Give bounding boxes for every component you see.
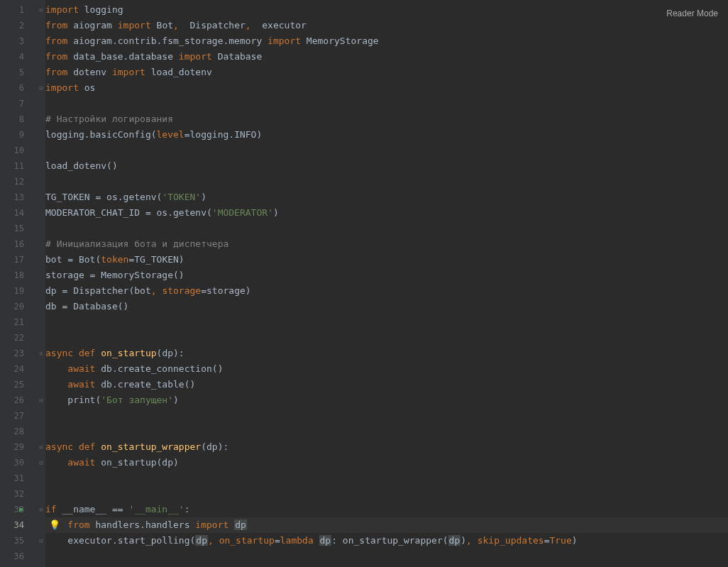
line-number[interactable]: 34💡 <box>0 517 37 533</box>
line-number[interactable]: 2 <box>0 18 37 33</box>
token-txt <box>45 457 67 468</box>
fold-marker[interactable]: ⊟ <box>37 80 45 96</box>
line-number[interactable]: 28 <box>0 424 37 439</box>
code-line[interactable] <box>45 424 728 439</box>
token-txt: ) <box>201 192 206 202</box>
fold-marker[interactable]: ⊖ <box>37 502 45 517</box>
token-txt: Database <box>212 51 262 62</box>
token-kw: await <box>67 457 95 468</box>
token-kw: , <box>173 20 179 31</box>
line-number[interactable]: 22 <box>0 330 37 346</box>
line-number[interactable]: 13 <box>0 189 37 205</box>
code-line[interactable] <box>45 174 728 189</box>
line-number[interactable]: 4 <box>0 49 37 65</box>
line-number[interactable]: 24 <box>0 361 37 377</box>
code-line[interactable]: from data_base.database import Database <box>45 49 728 65</box>
line-number[interactable]: 31 <box>0 470 37 486</box>
code-line[interactable] <box>45 470 728 486</box>
fold-marker <box>37 361 45 377</box>
code-line[interactable] <box>45 96 728 111</box>
code-line[interactable]: print('Бот запущен') <box>45 392 728 408</box>
line-number[interactable]: 8 <box>0 111 37 127</box>
line-number[interactable]: 9 <box>0 127 37 143</box>
line-number[interactable]: 36 <box>0 549 37 564</box>
line-number[interactable]: 1 <box>0 2 37 18</box>
line-number[interactable]: 18 <box>0 268 37 283</box>
code-line[interactable]: executor.start_polling(dp, on_startup=la… <box>45 533 728 549</box>
fold-marker[interactable]: ⊟ <box>37 533 45 549</box>
code-line[interactable] <box>45 330 728 346</box>
line-number[interactable]: 35 <box>0 533 37 549</box>
code-line[interactable]: MODERATOR_CHAT_ID = os.getenv('MODERATOR… <box>45 205 728 221</box>
code-line[interactable]: from handlers.handlers import dp <box>45 517 728 533</box>
token-txt: aiogram.contrib.fsm_storage.memory <box>67 35 268 46</box>
code-line[interactable]: from dotenv import load_dotenv <box>45 65 728 80</box>
fold-marker[interactable]: ⊟ <box>37 455 45 470</box>
code-line[interactable]: await on_startup(dp) <box>45 455 728 470</box>
token-str: 'TOKEN' <box>162 192 201 202</box>
code-line[interactable]: dp = Dispatcher(bot, storage=storage) <box>45 283 728 299</box>
line-number[interactable]: 29 <box>0 439 37 455</box>
code-line[interactable]: load_dotenv() <box>45 158 728 174</box>
code-line[interactable]: from aiogram.contrib.fsm_storage.memory … <box>45 33 728 49</box>
code-line[interactable]: from aiogram import Bot, Dispatcher, exe… <box>45 18 728 33</box>
code-line[interactable]: if __name__ == '__main__': <box>45 502 728 517</box>
line-number[interactable]: 3 <box>0 33 37 49</box>
line-number[interactable]: 16 <box>0 236 37 252</box>
code-line[interactable]: # Настройки логирования <box>45 111 728 127</box>
code-line[interactable]: async def on_startup(dp): <box>45 346 728 361</box>
line-number[interactable]: 33▶ <box>0 502 37 517</box>
line-number[interactable]: 25 <box>0 377 37 392</box>
code-line[interactable] <box>45 549 728 564</box>
fold-marker[interactable]: ⊖ <box>37 346 45 361</box>
token-kw: import <box>45 4 79 15</box>
code-line[interactable] <box>45 408 728 424</box>
line-number[interactable]: 10 <box>0 143 37 158</box>
code-line[interactable] <box>45 143 728 158</box>
line-number[interactable]: 21 <box>0 314 37 330</box>
fold-marker[interactable]: ⊖ <box>37 2 45 18</box>
line-number[interactable]: 12 <box>0 174 37 189</box>
token-txt: executor <box>251 20 307 31</box>
line-number[interactable]: 20 <box>0 299 37 314</box>
run-icon[interactable]: ▶ <box>19 502 24 517</box>
line-number[interactable]: 15 <box>0 221 37 236</box>
fold-marker[interactable]: ⊖ <box>37 439 45 455</box>
code-line[interactable]: async def on_startup_wrapper(dp): <box>45 439 728 455</box>
line-number[interactable]: 26 <box>0 392 37 408</box>
line-number[interactable]: 11 <box>0 158 37 174</box>
token-kw: from <box>45 20 67 31</box>
token-txt: logging <box>79 4 123 15</box>
code-line[interactable]: bot = Bot(token=TG_TOKEN) <box>45 252 728 268</box>
code-line[interactable]: storage = MemoryStorage() <box>45 268 728 283</box>
token-kw: import <box>118 20 151 31</box>
code-line[interactable]: TG_TOKEN = os.getenv('TOKEN') <box>45 189 728 205</box>
line-number[interactable]: 32 <box>0 486 37 502</box>
code-line[interactable] <box>45 486 728 502</box>
token-kw: import <box>112 67 145 77</box>
line-number[interactable]: 14 <box>0 205 37 221</box>
code-line[interactable]: # Инициализация бота и диспетчера <box>45 236 728 252</box>
code-area[interactable]: import loggingfrom aiogram import Bot, D… <box>45 0 728 567</box>
line-number[interactable]: 5 <box>0 65 37 80</box>
intention-bulb-icon[interactable]: 💡 <box>49 517 60 533</box>
code-line[interactable] <box>45 314 728 330</box>
code-line[interactable]: logging.basicConfig(level=logging.INFO) <box>45 127 728 143</box>
code-line[interactable]: import logging <box>45 2 728 18</box>
code-line[interactable] <box>45 221 728 236</box>
code-editor: 1234567891011121314151617181920212223242… <box>0 0 728 567</box>
reader-mode-label[interactable]: Reader Mode <box>666 6 718 21</box>
code-line[interactable]: import os <box>45 80 728 96</box>
line-number[interactable]: 19 <box>0 283 37 299</box>
fold-marker[interactable]: ⊟ <box>37 392 45 408</box>
code-line[interactable]: await db.create_connection() <box>45 361 728 377</box>
line-number[interactable]: 30 <box>0 455 37 470</box>
code-line[interactable]: await db.create_table() <box>45 377 728 392</box>
line-number[interactable]: 27 <box>0 408 37 424</box>
line-number[interactable]: 7 <box>0 96 37 111</box>
fold-column: ⊖⊟⊖⊟⊖⊟⊖⊟ <box>37 0 45 567</box>
code-line[interactable]: db = Database() <box>45 299 728 314</box>
line-number[interactable]: 17 <box>0 252 37 268</box>
line-number[interactable]: 23 <box>0 346 37 361</box>
line-number[interactable]: 6 <box>0 80 37 96</box>
